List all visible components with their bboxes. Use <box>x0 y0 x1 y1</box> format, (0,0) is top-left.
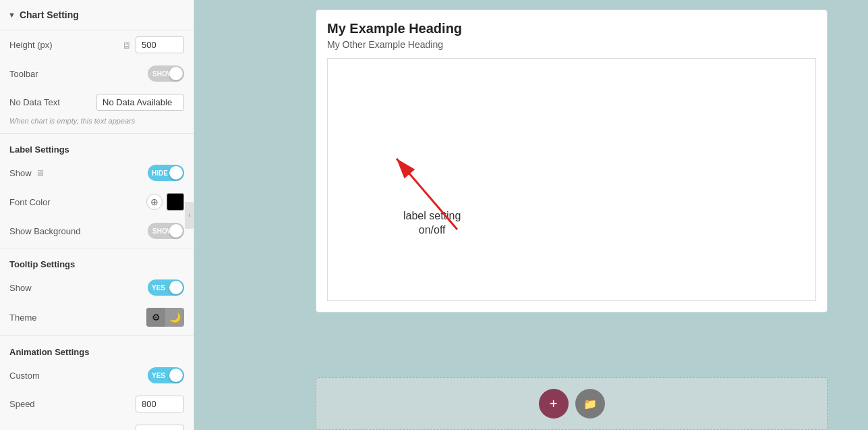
chart-area <box>327 58 816 301</box>
custom-row: Custom YES <box>0 361 194 389</box>
no-data-hint: When chart is empty, this text appears <box>0 117 194 130</box>
main-area: My Example Heading My Other Example Head… <box>194 0 868 430</box>
chart-subheading: My Other Example Heading <box>327 39 816 50</box>
animation-settings-title: Animation Settings <box>0 339 194 361</box>
left-panel: ▼ Chart Setting Height (px) 🖥 500 Toolba… <box>0 0 194 430</box>
toolbar-label: Toolbar <box>9 69 38 79</box>
globe-icon[interactable]: ⊕ <box>146 194 163 210</box>
toggle-knob-tooltip <box>169 281 183 294</box>
divider-1 <box>0 133 194 134</box>
tooltip-show-row: Show YES <box>0 273 194 302</box>
font-color-row: Font Color ⊕ <box>0 187 194 217</box>
divider-3 <box>0 335 194 336</box>
divider-2 <box>0 248 194 248</box>
panel-header[interactable]: ▼ Chart Setting <box>0 0 194 30</box>
color-row: ⊕ <box>146 193 184 211</box>
font-color-label: Font Color <box>9 197 51 207</box>
chart-container: My Example Heading My Other Example Head… <box>316 9 828 313</box>
color-swatch-black[interactable] <box>167 193 184 211</box>
label-show-label: Show <box>9 168 32 178</box>
custom-toggle-label: YES <box>152 372 165 379</box>
tooltip-settings-title: Tooltip Settings <box>0 251 194 273</box>
panel-title: Chart Setting <box>20 9 79 20</box>
label-show-row: Show 🖥 HIDE <box>0 159 194 187</box>
height-input[interactable]: 500 <box>136 36 184 53</box>
toggle-knob-label <box>169 166 183 180</box>
tooltip-toggle-label: YES <box>152 284 165 292</box>
fab-buttons: + 📁 <box>539 389 605 419</box>
chevron-down-icon: ▼ <box>8 11 16 19</box>
speed-row: Speed <box>0 389 194 419</box>
monitor-icon-2: 🖥 <box>36 168 45 178</box>
theme-label: Theme <box>9 313 36 323</box>
theme-moon-btn[interactable]: 🌙 <box>165 308 184 327</box>
label-show-toggle[interactable]: HIDE <box>148 165 184 181</box>
height-label: Height (px) <box>9 40 53 50</box>
label-settings-title: Label Settings <box>0 136 194 159</box>
tooltip-show-label: Show <box>9 283 32 293</box>
toolbar-toggle[interactable]: SHOW <box>148 65 184 82</box>
toggle-knob-bg <box>169 224 183 238</box>
height-row: Height (px) 🖥 500 <box>0 30 194 59</box>
speed-label: Speed <box>9 399 35 409</box>
show-background-row: Show Background SHOW <box>0 217 194 245</box>
toggle-knob-custom <box>169 369 183 382</box>
label-show-toggle-label: HIDE <box>152 169 168 177</box>
chart-heading: My Example Heading <box>327 21 816 36</box>
collapse-handle[interactable]: ‹ <box>185 202 194 229</box>
monitor-icon: 🖥 <box>122 40 132 51</box>
custom-label: Custom <box>9 371 40 381</box>
show-background-label: Show Background <box>9 226 81 236</box>
toolbar-row: Toolbar SHOW <box>0 59 194 88</box>
tooltip-show-toggle[interactable]: YES <box>148 279 184 296</box>
theme-gear-btn[interactable]: ⚙ <box>146 308 165 327</box>
show-background-toggle[interactable]: SHOW <box>148 223 184 239</box>
folder-fab-button[interactable]: 📁 <box>575 389 605 419</box>
no-data-label: No Data Text <box>9 97 60 107</box>
delay-input[interactable] <box>136 425 184 430</box>
custom-toggle[interactable]: YES <box>148 367 184 383</box>
speed-input[interactable] <box>136 396 184 412</box>
theme-toggle[interactable]: ⚙ 🌙 <box>146 308 184 327</box>
add-fab-button[interactable]: + <box>539 389 569 419</box>
theme-row: Theme ⚙ 🌙 <box>0 302 194 333</box>
toggle-knob <box>169 67 183 80</box>
no-data-row: No Data Text No Data Available <box>0 88 194 117</box>
no-data-input[interactable]: No Data Available <box>96 94 184 111</box>
delay-row: Delay <box>0 419 194 430</box>
bottom-bar: + 📁 <box>316 377 828 430</box>
